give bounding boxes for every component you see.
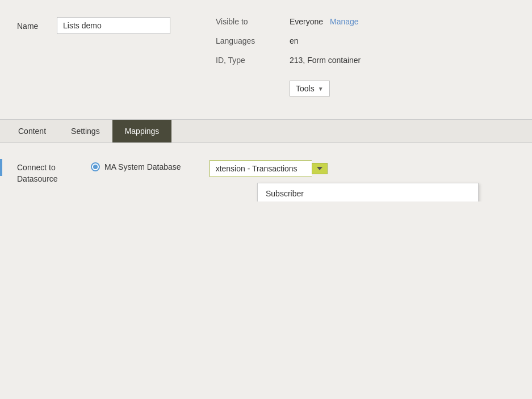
tools-row: Tools ▼ xyxy=(216,75,361,96)
dropdown-arrow-button[interactable] xyxy=(312,163,328,174)
dropdown-item[interactable]: Subscriber xyxy=(258,183,478,201)
tab-settings[interactable]: Settings xyxy=(58,120,112,142)
visible-to-value: Everyone Manage xyxy=(290,17,359,26)
dropdown-list: SubscriberSubscriber - Southern Co Gener… xyxy=(257,183,479,201)
left-accent xyxy=(0,159,2,176)
languages-label: Languages xyxy=(216,36,267,45)
name-section: Name xyxy=(17,11,170,34)
visible-to-label: Visible to xyxy=(216,17,267,26)
name-input[interactable] xyxy=(57,17,170,34)
tab-content[interactable]: Content xyxy=(6,120,58,142)
id-type-label: ID, Type xyxy=(216,56,267,65)
languages-value: en xyxy=(290,36,299,45)
visible-to-row: Visible to Everyone Manage xyxy=(216,17,361,26)
dropdown-input[interactable] xyxy=(210,160,312,177)
radio-ma-system-db[interactable] xyxy=(91,162,100,171)
name-label: Name xyxy=(17,17,45,31)
id-type-row: ID, Type 213, Form container xyxy=(216,56,361,65)
tools-button[interactable]: Tools ▼ xyxy=(290,81,330,96)
id-type-value: 213, Form container xyxy=(290,56,361,65)
connect-section: Connect toDatasource MA System Database xyxy=(17,160,515,184)
arrow-down-icon xyxy=(317,167,322,170)
meta-section: Visible to Everyone Manage Languages en … xyxy=(216,11,361,96)
content-area: Connect toDatasource MA System Database … xyxy=(0,143,532,201)
languages-row: Languages en xyxy=(216,36,361,45)
top-panel: Name Visible to Everyone Manage Language… xyxy=(0,0,532,119)
tabs-bar: Content Settings Mappings xyxy=(0,119,532,143)
manage-link[interactable]: Manage xyxy=(330,17,359,26)
tab-mappings[interactable]: Mappings xyxy=(112,120,172,142)
radio-group[interactable]: MA System Database xyxy=(91,160,181,171)
radio-label: MA System Database xyxy=(104,162,181,171)
dropdown-trigger[interactable] xyxy=(210,160,328,177)
connect-label: Connect toDatasource xyxy=(17,160,74,184)
tools-chevron-icon: ▼ xyxy=(318,86,324,92)
